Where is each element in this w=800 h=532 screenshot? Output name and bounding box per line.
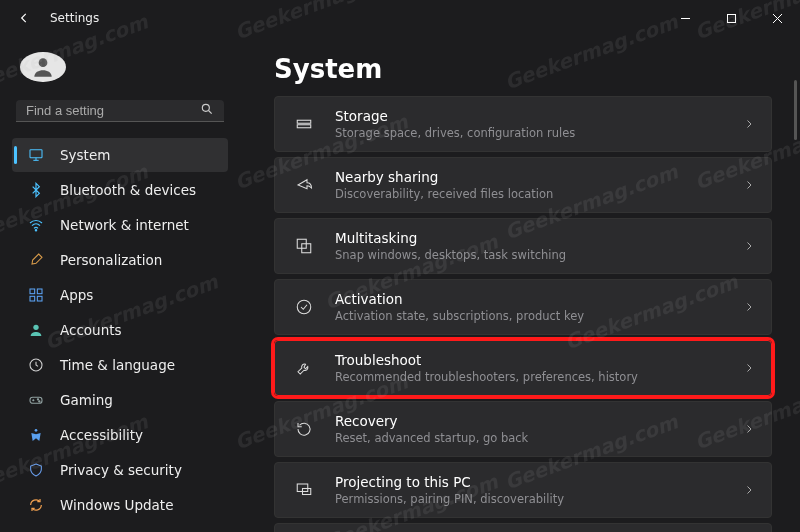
card-subtitle: Activation state, subscriptions, product… <box>335 309 743 323</box>
nav-personalization[interactable]: Personalization <box>12 243 228 277</box>
card-nearby-sharing[interactable]: Nearby sharingDiscoverability, received … <box>274 157 772 213</box>
nav-accounts[interactable]: Accounts <box>12 313 228 347</box>
back-button[interactable] <box>8 2 40 34</box>
chevron-right-icon <box>743 298 755 317</box>
search-icon <box>200 101 214 120</box>
card-subtitle: Permissions, pairing PIN, discoverabilit… <box>335 492 743 506</box>
card-troubleshoot[interactable]: TroubleshootRecommended troubleshooters,… <box>274 340 772 396</box>
storage-icon <box>293 113 315 135</box>
minimize-button[interactable] <box>662 0 708 36</box>
main-panel: System StorageStorage space, drives, con… <box>240 36 800 532</box>
titlebar: Settings <box>0 0 800 36</box>
chevron-right-icon <box>743 237 755 256</box>
update-icon <box>26 495 46 515</box>
multitask-icon <box>293 235 315 257</box>
nav-label: Accounts <box>60 322 122 338</box>
scrollbar[interactable] <box>794 80 797 140</box>
nav-label: Network & internet <box>60 217 189 233</box>
wrench-icon <box>293 357 315 379</box>
nav-network[interactable]: Network & internet <box>12 208 228 242</box>
svg-point-21 <box>39 401 40 402</box>
page-heading: System <box>274 54 772 84</box>
svg-rect-17 <box>30 397 42 403</box>
svg-point-15 <box>33 325 38 330</box>
settings-list: StorageStorage space, drives, configurat… <box>274 96 772 532</box>
svg-rect-24 <box>297 125 311 128</box>
card-title: Recovery <box>335 413 743 429</box>
project-icon <box>293 479 315 501</box>
svg-rect-14 <box>37 296 42 301</box>
card-storage[interactable]: StorageStorage space, drives, configurat… <box>274 96 772 152</box>
shield-icon <box>26 460 46 480</box>
bluetooth-icon <box>26 180 46 200</box>
card-projecting[interactable]: Projecting to this PCPermissions, pairin… <box>274 462 772 518</box>
svg-point-5 <box>202 105 209 112</box>
apps-icon <box>26 285 46 305</box>
chevron-right-icon <box>743 176 755 195</box>
recovery-icon <box>293 418 315 440</box>
check-circle-icon <box>293 296 315 318</box>
chevron-right-icon <box>743 420 755 439</box>
accessibility-icon <box>26 425 46 445</box>
nav-label: Gaming <box>60 392 113 408</box>
search-box[interactable] <box>16 100 224 122</box>
chevron-right-icon <box>743 115 755 134</box>
brush-icon <box>26 250 46 270</box>
nav-label: Personalization <box>60 252 162 268</box>
window-title: Settings <box>50 11 99 25</box>
nav-label: System <box>60 147 110 163</box>
nav-system[interactable]: System <box>12 138 228 172</box>
user-avatar[interactable] <box>20 52 66 82</box>
clock-icon <box>26 355 46 375</box>
nav-time[interactable]: Time & language <box>12 348 228 382</box>
nav-label: Apps <box>60 287 93 303</box>
card-title: Projecting to this PC <box>335 474 743 490</box>
svg-point-4 <box>39 59 48 68</box>
maximize-button[interactable] <box>708 0 754 36</box>
card-title: Activation <box>335 291 743 307</box>
nav-list: System Bluetooth & devices Network & int… <box>12 138 228 522</box>
card-recovery[interactable]: RecoveryReset, advanced startup, go back <box>274 401 772 457</box>
nav-update[interactable]: Windows Update <box>12 488 228 522</box>
wifi-icon <box>26 215 46 235</box>
card-subtitle: Reset, advanced startup, go back <box>335 431 743 445</box>
svg-point-27 <box>297 300 311 314</box>
svg-rect-13 <box>30 296 35 301</box>
system-icon <box>26 145 46 165</box>
nav-label: Privacy & security <box>60 462 182 478</box>
nav-accessibility[interactable]: Accessibility <box>12 418 228 452</box>
svg-rect-11 <box>30 289 35 294</box>
svg-rect-12 <box>37 289 42 294</box>
chevron-right-icon <box>743 481 755 500</box>
chevron-right-icon <box>743 359 755 378</box>
card-subtitle: Discoverability, received files location <box>335 187 743 201</box>
svg-point-20 <box>37 399 38 400</box>
card-subtitle: Recommended troubleshooters, preferences… <box>335 370 743 384</box>
svg-rect-23 <box>297 120 311 123</box>
window-controls <box>662 0 800 36</box>
sidebar: System Bluetooth & devices Network & int… <box>0 36 240 532</box>
nav-apps[interactable]: Apps <box>12 278 228 312</box>
nav-label: Bluetooth & devices <box>60 182 196 198</box>
card-remote-desktop[interactable]: Remote DesktopRemote Desktop users, conn… <box>274 523 772 532</box>
search-input[interactable] <box>26 103 200 118</box>
nav-label: Time & language <box>60 357 175 373</box>
gaming-icon <box>26 390 46 410</box>
card-title: Nearby sharing <box>335 169 743 185</box>
card-subtitle: Storage space, drives, configuration rul… <box>335 126 743 140</box>
nav-label: Windows Update <box>60 497 173 513</box>
nav-privacy[interactable]: Privacy & security <box>12 453 228 487</box>
svg-rect-7 <box>30 150 42 158</box>
svg-point-22 <box>35 429 38 432</box>
card-title: Troubleshoot <box>335 352 743 368</box>
close-button[interactable] <box>754 0 800 36</box>
card-title: Storage <box>335 108 743 124</box>
card-multitasking[interactable]: MultitaskingSnap windows, desktops, task… <box>274 218 772 274</box>
nav-bluetooth[interactable]: Bluetooth & devices <box>12 173 228 207</box>
nav-gaming[interactable]: Gaming <box>12 383 228 417</box>
svg-rect-1 <box>727 14 735 22</box>
person-icon <box>26 320 46 340</box>
svg-line-6 <box>209 111 212 114</box>
nav-label: Accessibility <box>60 427 143 443</box>
card-activation[interactable]: ActivationActivation state, subscription… <box>274 279 772 335</box>
